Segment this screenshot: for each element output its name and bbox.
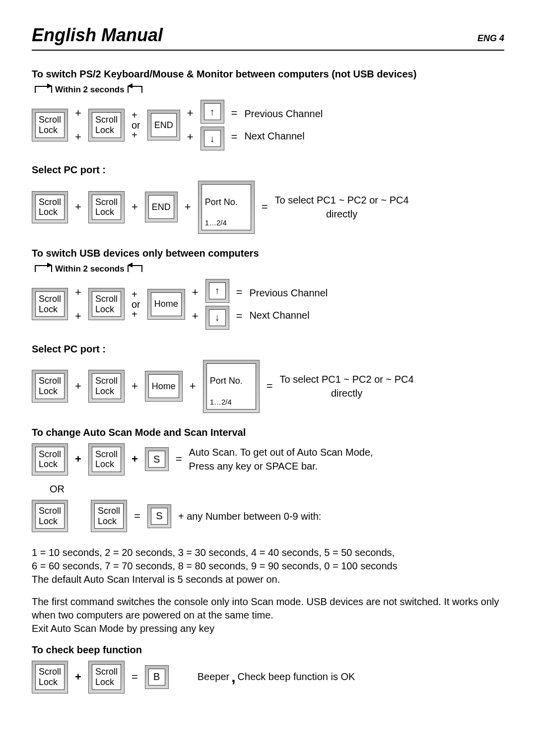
key-arrow-down (201, 127, 224, 150)
equals: = (267, 380, 273, 393)
arrow-key-stack (205, 279, 229, 330)
result-scan-number: + any Number between 0-9 with: (178, 509, 322, 523)
key-arrow-up (201, 100, 224, 124)
section-title-select-port-2: Select PC port : (32, 344, 504, 355)
plus: + (185, 201, 191, 213)
bracket-right-icon (128, 265, 142, 272)
bracket-left-icon (35, 86, 52, 93)
beeper-result: Beeper , Check beep function is OK (198, 669, 355, 686)
key-end: END (145, 192, 178, 222)
arrow-down-icon (210, 133, 215, 144)
equals: = (176, 453, 182, 466)
key-scroll-lock: Scroll Lock (32, 500, 68, 532)
shortcut-row-ps2-port: Scroll Lock + Scroll Lock + END + Port N… (32, 181, 504, 234)
result-select-port: To select PC1 ~ PC2 or ~ PC4 directly (279, 372, 413, 400)
key-scroll-lock: Scroll Lock (88, 370, 125, 402)
section-title-beep: To check beep function (32, 644, 504, 656)
shortcut-row-usb-port: Scroll Lock + Scroll Lock + Home + Port … (32, 360, 504, 413)
arrow-down-icon (215, 312, 220, 323)
plus: + (75, 201, 81, 213)
plus-or-plus: + or + (132, 289, 140, 319)
result-stack: Previous Channel Next Channel (244, 108, 323, 142)
plus: + (132, 380, 138, 393)
section-title-switch-ps2: To switch PS/2 Keyboard/Mouse & Monitor … (32, 69, 504, 80)
result-prev-channel: Previous Channel (244, 108, 323, 120)
scan-mode-note: The first command switches the console o… (32, 595, 504, 635)
result-next-channel: Next Channel (249, 310, 328, 321)
plus: + (75, 380, 81, 393)
equals-stack: = = (236, 286, 243, 323)
result-prev-channel: Previous Channel (249, 287, 328, 299)
section-title-select-port-1: Select PC port : (32, 164, 504, 176)
plus-or-plus: + or + (132, 110, 140, 140)
equals: = (132, 671, 138, 684)
plus-stack: + + (187, 107, 194, 143)
or-label: OR (50, 483, 504, 495)
key-arrow-down (205, 306, 229, 330)
scan-interval-table: 1 = 10 seconds, 2 = 20 seconds, 3 = 30 s… (32, 546, 504, 586)
plus: + (75, 453, 81, 466)
within-2s-marker: Within 2 seconds (35, 264, 504, 274)
key-home: Home (145, 371, 183, 402)
arrow-up-icon (215, 285, 220, 296)
equals-stack: = = (231, 107, 238, 143)
key-arrow-up (205, 279, 229, 303)
result-select-port: To select PC1 ~ PC2 or ~ PC4 directly (274, 193, 408, 221)
equals: = (262, 201, 268, 213)
key-scroll-lock: Scroll Lock (32, 109, 68, 141)
equals: = (134, 510, 140, 523)
within-2s-label: Within 2 seconds (55, 264, 125, 274)
key-scroll-lock: Scroll Lock (32, 288, 68, 320)
key-scroll-lock: Scroll Lock (91, 500, 127, 532)
section-title-switch-usb: To switch USB devices only between compu… (32, 248, 504, 259)
arrow-up-icon (210, 106, 215, 118)
key-port-no: Port No. 1…2/4 (198, 181, 255, 234)
key-scroll-lock: Scroll Lock (32, 370, 68, 402)
key-scroll-lock: Scroll Lock (88, 443, 125, 476)
key-b: B (145, 665, 169, 689)
plus-stack: + + (192, 286, 199, 323)
section-title-auto-scan: To change Auto Scan Mode and Scan Interv… (32, 427, 504, 438)
key-home: Home (147, 289, 185, 320)
bracket-right-icon (128, 86, 142, 93)
key-scroll-lock: Scroll Lock (88, 109, 125, 141)
plus-stack: + + (75, 286, 81, 323)
plus: + (190, 380, 196, 393)
key-scroll-lock: Scroll Lock (32, 443, 68, 476)
key-end: END (147, 110, 180, 140)
shortcut-row-auto-scan: Scroll Lock + Scroll Lock + S = Auto Sca… (32, 443, 504, 476)
comma: , (231, 669, 235, 686)
key-scroll-lock: Scroll Lock (32, 191, 68, 223)
key-s: S (147, 504, 171, 528)
shortcut-row-beep: Scroll Lock + Scroll Lock = B Beeper , C… (32, 661, 504, 693)
page-number: ENG 4 (477, 33, 504, 44)
plus: + (132, 201, 138, 213)
result-auto-scan: Auto Scan. To get out of Auto Scan Mode,… (189, 445, 373, 473)
result-next-channel: Next Channel (244, 131, 323, 142)
within-2s-label: Within 2 seconds (55, 85, 125, 95)
plus: + (75, 671, 81, 684)
within-2s-marker: Within 2 seconds (35, 85, 504, 95)
key-scroll-lock: Scroll Lock (88, 191, 125, 223)
key-scroll-lock: Scroll Lock (88, 288, 125, 320)
shortcut-row-usb-arrow: Scroll Lock + + Scroll Lock + or + Home … (32, 279, 504, 330)
page: English Manual ENG 4 To switch PS/2 Keyb… (0, 0, 536, 737)
shortcut-row-scan-interval: Scroll Lock Scroll Lock = S + any Number… (32, 500, 504, 532)
key-s: S (145, 447, 169, 471)
page-header: English Manual ENG 4 (32, 25, 504, 51)
arrow-key-stack (201, 100, 224, 150)
manual-title: English Manual (32, 25, 163, 46)
key-port-no: Port No. 1…2/4 (203, 360, 260, 413)
plus: + (132, 453, 138, 466)
bracket-left-icon (35, 265, 52, 272)
shortcut-row-ps2-arrow: Scroll Lock + + Scroll Lock + or + END +… (32, 100, 504, 150)
plus-stack: + + (75, 107, 81, 143)
key-scroll-lock: Scroll Lock (32, 661, 68, 693)
key-scroll-lock: Scroll Lock (88, 661, 125, 693)
result-stack: Previous Channel Next Channel (249, 287, 328, 321)
